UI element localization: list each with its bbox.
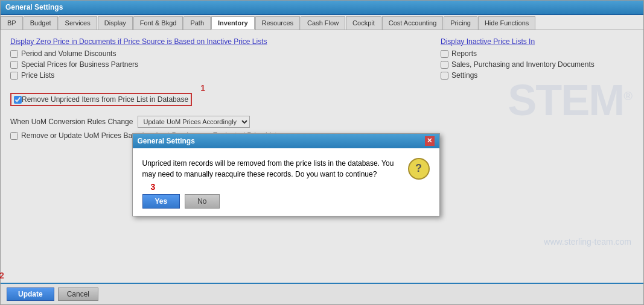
tab-bp[interactable]: BP (1, 16, 23, 30)
modal-question-icon: ? (408, 158, 430, 180)
tab-pricing[interactable]: Pricing (444, 16, 477, 30)
tab-cash-flow[interactable]: Cash Flow (301, 16, 345, 30)
tab-path[interactable]: Path (183, 16, 211, 30)
window-title: General Settings (5, 3, 63, 11)
yes-button-wrapper: 3 Yes (142, 194, 180, 209)
tab-font-bkgd[interactable]: Font & Bkgd (133, 16, 183, 30)
modal-title: General Settings (138, 137, 195, 145)
tab-display[interactable]: Display (98, 16, 133, 30)
annotation-3: 3 (151, 182, 156, 192)
modal-dialog: General Settings ✕ Unpriced item records… (132, 133, 440, 216)
update-button[interactable]: Update (7, 288, 54, 301)
modal-title-bar: General Settings ✕ (133, 134, 439, 148)
tab-inventory[interactable]: Inventory (211, 16, 255, 30)
modal-close-button[interactable]: ✕ (425, 136, 435, 146)
modal-message: Unpriced item records will be removed fr… (142, 158, 398, 180)
modal-footer: 3 Yes No (133, 189, 439, 216)
tab-cockpit[interactable]: Cockpit (346, 16, 381, 30)
tab-bar: BP Budget Services Display Font & Bkgd P… (1, 15, 643, 30)
cancel-button[interactable]: Cancel (58, 288, 98, 301)
tab-hide-functions[interactable]: Hide Functions (478, 16, 535, 30)
tab-services[interactable]: Services (59, 16, 97, 30)
tab-cost-accounting[interactable]: Cost Accounting (382, 16, 444, 30)
bottom-bar: 2 Update Cancel (1, 283, 643, 304)
modal-no-button[interactable]: No (185, 194, 219, 209)
modal-body: Unpriced item records will be removed fr… (133, 148, 439, 189)
main-window: General Settings BP Budget Services Disp… (0, 0, 644, 305)
tab-resources[interactable]: Resources (255, 16, 301, 30)
modal-overlay: General Settings ✕ Unpriced item records… (1, 30, 643, 283)
modal-yes-button[interactable]: Yes (142, 194, 180, 209)
tab-budget[interactable]: Budget (24, 16, 58, 30)
title-bar: General Settings (1, 1, 643, 15)
content-area: STEM® www.sterling-team.com Display Zero… (1, 30, 643, 283)
